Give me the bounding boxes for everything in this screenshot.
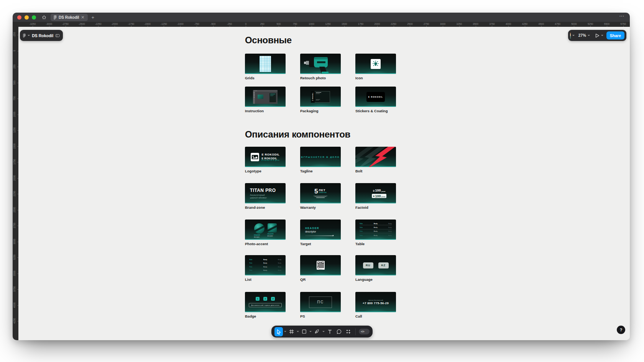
card-label[interactable]: PS [300, 314, 341, 318]
comment-tool-button[interactable] [335, 327, 343, 336]
card-instruction[interactable] [245, 87, 286, 107]
avatar[interactable] [570, 32, 571, 39]
card-label[interactable]: Retouch photo [300, 76, 341, 80]
fullscreen-window-button[interactable] [32, 15, 36, 20]
help-button[interactable]: ? [617, 326, 625, 334]
component-slot-icon: Icon [355, 54, 396, 80]
frame-tool-chevron[interactable] [296, 331, 299, 332]
card-label[interactable]: Warranty [300, 205, 341, 210]
ruler-label: 3500 [13, 267, 16, 280]
tab-close-icon[interactable]: ✕ [81, 15, 84, 20]
card-call[interactable]: звонок бесплатный +7 800 775-56-29 [355, 292, 396, 312]
card-tagline[interactable]: ВГРЫЗАЕТСЯ В ДЕЛО [300, 147, 341, 167]
card-label[interactable]: Brand-zone [245, 205, 286, 210]
card-label[interactable]: Table [355, 242, 396, 246]
ruler-label: 2750 [424, 23, 429, 25]
pen-tool-chevron[interactable] [322, 331, 325, 332]
card-badge[interactable]: 1 2 3 Динамический тормоз двигателя [245, 292, 286, 312]
card-label[interactable]: Icon [355, 76, 396, 80]
toggle-sidebar-icon[interactable] [55, 33, 60, 38]
file-name[interactable]: DS Rokodil [32, 33, 53, 38]
card-retouch-photo[interactable] [300, 54, 341, 74]
pen-tool-button[interactable] [313, 327, 321, 336]
figma-menu-icon[interactable] [23, 33, 26, 38]
card-label[interactable]: Factoid [355, 205, 396, 210]
ruler-label: 1250 [13, 124, 16, 137]
card-label[interactable]: Stickers & Coating [355, 109, 396, 113]
overflow-menu-button[interactable]: ··· [619, 14, 624, 18]
ruler-label: 3000 [13, 235, 16, 248]
zoom-control[interactable]: 27% [576, 30, 592, 41]
ruler-label: -2500 [79, 23, 85, 25]
badge-number: 3 [271, 297, 275, 301]
text-tool-button[interactable] [325, 327, 334, 336]
canvas[interactable]: DS Rokodil 27% Share Основные G [18, 27, 630, 340]
card-list[interactable]: Title Body Body Title Body Body Title Bo… [245, 255, 286, 275]
chevron-down-icon[interactable] [572, 35, 575, 36]
ruler-label: 250 [260, 23, 264, 25]
card-table[interactable]: Title Body Body Title Body Body Title Bo… [355, 219, 396, 240]
component-slot-packaging: E ROKODIL Packaging [300, 87, 341, 113]
ruler-label: 5000 [571, 23, 577, 25]
ruler-label: 1500 [13, 139, 16, 152]
card-label[interactable]: Packaging [300, 109, 341, 113]
badge-number: 1 [256, 297, 260, 301]
chevron-down-icon[interactable] [28, 35, 30, 36]
bulb-icon-tile [371, 59, 381, 69]
card-brand-zone[interactable]: TITAN PRO Аккумуляторный ударный гайкове… [245, 183, 286, 203]
card-target[interactable]: HEADER descriptor [300, 219, 341, 240]
present-button[interactable] [594, 33, 605, 38]
card-stickers-coating[interactable]: E ROKODIL [355, 87, 396, 107]
card-logotype[interactable]: E ROKODIL E ROKODIL ВГРЫЗАЕТСЯ В ДЕЛО [245, 147, 286, 167]
component-slot-tagline: ВГРЫЗАЕТСЯ В ДЕЛО Tagline [300, 147, 341, 173]
shape-tool-button[interactable] [300, 327, 309, 336]
move-tool-button[interactable] [274, 327, 283, 336]
card-label[interactable]: Call [355, 314, 396, 318]
window-controls [13, 15, 40, 20]
card-grids[interactable] [245, 54, 286, 74]
minimize-window-button[interactable] [25, 15, 29, 20]
section-title[interactable]: Описания компонентов [245, 129, 350, 140]
card-factoid[interactable]: 100резов 100резов [355, 183, 396, 203]
file-tab[interactable]: DS Rokodil ✕ [51, 14, 88, 21]
ruler-label: -1000 [177, 23, 184, 25]
vertical-ruler[interactable]: -250025050075010001250150017502000225025… [13, 27, 18, 340]
card-bolt[interactable] [355, 147, 396, 167]
frame-tool-button[interactable] [287, 327, 296, 336]
shape-tool-chevron[interactable] [309, 331, 312, 332]
card-label[interactable]: Bolt [355, 169, 396, 173]
dev-mode-toggle[interactable]: </> [359, 329, 370, 334]
card-photo-accent[interactable]: HEADERdescriptor HEADERdescriptor [245, 219, 286, 240]
section-title[interactable]: Основные [245, 35, 292, 46]
card-label[interactable]: QR [300, 277, 341, 282]
card-warranty[interactable]: 5 ЛЕТ ГАРАНТИЯ [300, 183, 341, 203]
card-label[interactable]: Badge [245, 314, 286, 318]
component-slot-ps: ПС PS [300, 292, 341, 318]
language-button-ru: RU [363, 262, 373, 269]
lightbulb-icon [372, 61, 379, 67]
card-ps[interactable]: ПС [300, 292, 341, 312]
card-label[interactable]: Target [300, 242, 341, 246]
card-packaging[interactable]: E ROKODIL [300, 87, 341, 107]
badge-number: 2 [263, 297, 267, 301]
arrow-line [305, 235, 341, 236]
share-button[interactable]: Share [606, 31, 624, 39]
card-qr[interactable]: rokodil.ru [300, 255, 341, 275]
new-tab-button[interactable]: + [92, 15, 95, 20]
card-label[interactable]: Tagline [300, 169, 341, 173]
horizontal-ruler[interactable]: -3250-3000-2750-2500-2250-2000-1750-1500… [13, 22, 630, 27]
actions-tool-button[interactable] [344, 327, 352, 336]
move-tool-chevron[interactable] [284, 331, 286, 332]
tools-toolbar: </> [271, 326, 373, 337]
card-label[interactable]: Grids [245, 76, 286, 80]
card-icon[interactable] [355, 54, 396, 74]
close-window-button[interactable] [17, 15, 21, 20]
card-label[interactable]: Photo-accent [245, 242, 286, 246]
card-language[interactable]: RU KZ [355, 255, 396, 275]
card-label[interactable]: Instruction [245, 109, 286, 113]
card-label[interactable]: Language [355, 277, 396, 282]
card-label[interactable]: List [245, 277, 286, 282]
card-label[interactable]: Logotype [245, 169, 286, 173]
ruler-label: 4000 [13, 298, 16, 311]
home-tab[interactable] [40, 14, 48, 21]
